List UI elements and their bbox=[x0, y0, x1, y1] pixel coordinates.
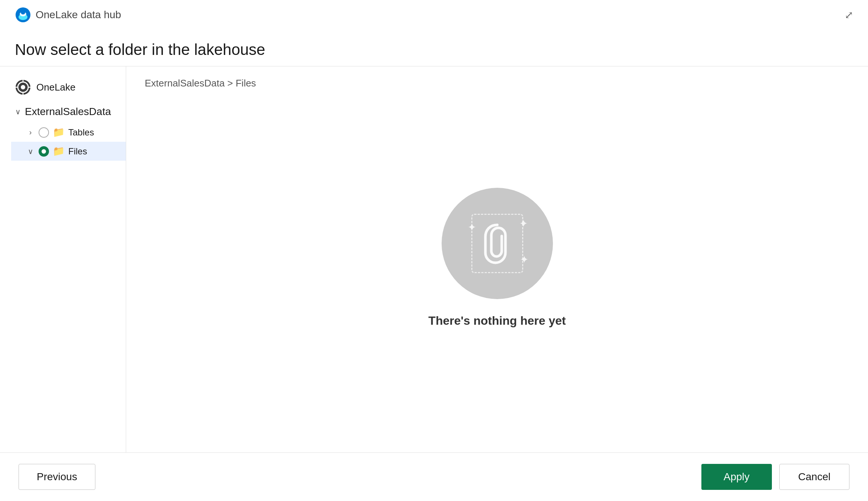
onelake-section: OneLake bbox=[0, 74, 126, 101]
tree-children: › 📁 Tables ∨ 📁 Files bbox=[0, 123, 126, 161]
page-title: Now select a folder in the lakehouse bbox=[15, 41, 853, 59]
sidebar-item-files[interactable]: ∨ 📁 Files bbox=[11, 142, 126, 161]
datasource-row[interactable]: ∨ ExternalSalesData bbox=[0, 101, 126, 123]
dashed-box bbox=[471, 214, 523, 273]
tables-chevron-icon[interactable]: › bbox=[26, 128, 35, 137]
sparkle-top-right-icon: ✦ bbox=[519, 217, 528, 230]
breadcrumb: ExternalSalesData > Files bbox=[145, 78, 849, 89]
onelake-sidebar-label: OneLake bbox=[36, 82, 76, 93]
sparkle-bottom-right-icon: ✦ bbox=[520, 253, 528, 266]
tables-folder-icon: 📁 bbox=[53, 127, 65, 138]
datasource-chevron-icon[interactable]: ∨ bbox=[15, 107, 21, 116]
cancel-button[interactable]: Cancel bbox=[779, 464, 849, 490]
footer-right: Apply Cancel bbox=[701, 464, 849, 490]
sidebar-item-tables[interactable]: › 📁 Tables bbox=[11, 123, 126, 142]
empty-state-text: There's nothing here yet bbox=[428, 314, 566, 328]
app-container: OneLake data hub ⤢ Now select a folder i… bbox=[0, 0, 868, 501]
right-panel: ExternalSalesData > Files ✦ ✦ ✦ bbox=[126, 66, 868, 452]
svg-point-6 bbox=[21, 85, 25, 89]
tables-label: Tables bbox=[68, 127, 94, 138]
files-label: Files bbox=[68, 146, 87, 157]
svg-point-3 bbox=[21, 10, 25, 14]
empty-state-circle: ✦ ✦ ✦ bbox=[442, 188, 553, 299]
empty-state: ✦ ✦ ✦ There's nothing here yet bbox=[145, 104, 849, 441]
datasource-label: ExternalSalesData bbox=[25, 106, 111, 118]
header-left: OneLake data hub bbox=[15, 7, 121, 23]
files-folder-icon: 📁 bbox=[53, 145, 65, 157]
previous-button[interactable]: Previous bbox=[19, 464, 95, 490]
expand-icon[interactable]: ⤢ bbox=[845, 9, 853, 21]
sparkle-top-left-icon: ✦ bbox=[468, 221, 476, 233]
onelake-logo-icon bbox=[15, 7, 31, 23]
files-chevron-icon[interactable]: ∨ bbox=[26, 147, 35, 156]
paperclip-container: ✦ ✦ ✦ bbox=[464, 210, 531, 277]
app-name: OneLake data hub bbox=[36, 9, 121, 21]
page-title-section: Now select a folder in the lakehouse bbox=[0, 30, 868, 66]
apply-button[interactable]: Apply bbox=[701, 464, 772, 490]
tables-radio[interactable] bbox=[39, 127, 49, 138]
main-content: OneLake ∨ ExternalSalesData › 📁 Tables ∨ bbox=[0, 66, 868, 452]
files-radio[interactable] bbox=[39, 146, 49, 157]
header: OneLake data hub ⤢ bbox=[0, 0, 868, 30]
footer: Previous Apply Cancel bbox=[0, 452, 868, 501]
onelake-sidebar-icon bbox=[15, 79, 31, 95]
sidebar: OneLake ∨ ExternalSalesData › 📁 Tables ∨ bbox=[0, 66, 126, 452]
